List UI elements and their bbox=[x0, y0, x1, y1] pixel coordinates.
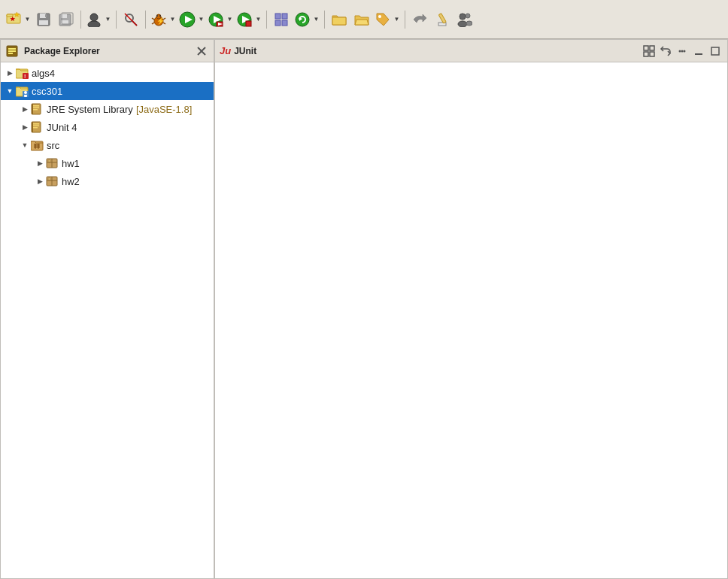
svg-rect-36 bbox=[282, 14, 287, 19]
eraser-button[interactable] bbox=[432, 9, 453, 30]
junit-maximize-button[interactable] bbox=[708, 44, 723, 59]
svg-rect-7 bbox=[45, 14, 47, 17]
open-folder-icon bbox=[354, 12, 369, 27]
svg-point-48 bbox=[466, 21, 472, 26]
tree-item-junit4[interactable]: ▶ JUnit 4 bbox=[1, 118, 214, 136]
junit-collapse-all-button[interactable] bbox=[642, 44, 657, 59]
expand-arrow-jre[interactable]: ▶ bbox=[19, 103, 31, 115]
external-tools-icon bbox=[274, 12, 289, 27]
back-icon bbox=[412, 12, 427, 27]
folder-icon bbox=[332, 12, 347, 27]
junit4-label: JUnit 4 bbox=[47, 122, 77, 133]
expand-arrow-junit4[interactable]: ▶ bbox=[19, 121, 31, 133]
junit4-library-icon bbox=[31, 120, 44, 134]
save-all-button[interactable] bbox=[56, 9, 77, 30]
hw2-package-icon bbox=[46, 174, 59, 188]
svg-rect-86 bbox=[644, 46, 648, 50]
tree-item-csc301[interactable]: ▼ csc301 bbox=[1, 82, 214, 100]
package-explorer-panel: Package Explorer ▶ bbox=[0, 39, 214, 579]
junit-minimize-button[interactable] bbox=[691, 44, 706, 59]
jre-label: JRE System Library bbox=[47, 104, 133, 115]
svg-rect-37 bbox=[275, 20, 281, 26]
svg-rect-89 bbox=[650, 52, 654, 56]
svg-rect-34 bbox=[246, 21, 251, 26]
search-button[interactable] bbox=[120, 9, 141, 30]
folder-button[interactable] bbox=[329, 9, 350, 30]
main-area: Package Explorer ▶ bbox=[0, 39, 728, 579]
svg-line-21 bbox=[152, 23, 154, 24]
debug-button[interactable]: ⚡ ▼ bbox=[150, 9, 177, 30]
maximize-icon bbox=[710, 46, 720, 56]
toolbar: ★ ▼ bbox=[0, 0, 728, 39]
package-explorer-panel-icon bbox=[5, 44, 19, 58]
src-label: src bbox=[47, 140, 59, 151]
svg-rect-61 bbox=[24, 95, 27, 97]
team-button[interactable] bbox=[454, 9, 475, 30]
expand-arrow-csc301[interactable]: ▼ bbox=[4, 85, 16, 97]
tree-item-hw1[interactable]: ▶ hw1 bbox=[1, 154, 214, 172]
run-external-button[interactable]: ▼ bbox=[207, 9, 234, 30]
package-explorer-tree: ▶ ! algs4 ▼ bbox=[1, 62, 214, 578]
link-with-editor-icon bbox=[660, 45, 672, 57]
expand-arrow-algs4[interactable]: ▶ bbox=[4, 67, 16, 79]
profile-button[interactable]: ▼ bbox=[85, 9, 112, 30]
junit-panel: Ju JUnit bbox=[214, 39, 728, 579]
expand-arrow-hw2[interactable]: ▶ bbox=[34, 175, 46, 187]
external-tools-button[interactable] bbox=[271, 9, 292, 30]
separator-2 bbox=[116, 11, 117, 29]
expand-arrow-src[interactable]: ▼ bbox=[19, 139, 31, 151]
save-button[interactable] bbox=[33, 9, 54, 30]
algs4-label: algs4 bbox=[32, 68, 55, 79]
team-icon bbox=[457, 12, 472, 27]
svg-rect-64 bbox=[33, 108, 39, 109]
eraser-icon bbox=[435, 12, 450, 27]
junit-view-menu-button[interactable] bbox=[675, 44, 690, 59]
open-folder-button[interactable] bbox=[351, 9, 372, 30]
junit-panel-header: Ju JUnit bbox=[215, 40, 727, 62]
tree-item-algs4[interactable]: ▶ ! algs4 bbox=[1, 64, 214, 82]
algs4-project-icon: ! bbox=[16, 66, 29, 80]
svg-point-60 bbox=[24, 91, 27, 94]
svg-point-23 bbox=[156, 15, 158, 17]
view-menu-icon bbox=[677, 46, 687, 56]
refresh-button[interactable]: ▼ bbox=[293, 9, 320, 30]
svg-rect-44 bbox=[438, 13, 446, 23]
new-file-button[interactable]: ★ ▼ bbox=[5, 9, 32, 30]
collapse-all-icon bbox=[643, 45, 655, 57]
expand-arrow-hw1[interactable]: ▶ bbox=[34, 157, 46, 169]
run-button[interactable]: ▼ bbox=[178, 9, 205, 30]
csc301-project-icon bbox=[16, 84, 29, 98]
tree-item-src[interactable]: ▼ src bbox=[1, 136, 214, 154]
svg-rect-85 bbox=[48, 178, 50, 180]
svg-point-90 bbox=[679, 50, 681, 52]
back-button[interactable] bbox=[409, 9, 430, 30]
new-file-icon: ★ bbox=[6, 11, 21, 26]
svg-rect-68 bbox=[33, 123, 39, 125]
junit-link-button[interactable] bbox=[658, 44, 673, 59]
svg-rect-63 bbox=[33, 105, 39, 107]
run-icon bbox=[179, 11, 196, 28]
run2-icon bbox=[237, 12, 252, 27]
svg-rect-35 bbox=[275, 14, 281, 19]
tag-button[interactable]: ▼ bbox=[374, 9, 401, 30]
minimize-icon bbox=[693, 46, 704, 56]
svg-rect-41 bbox=[332, 17, 346, 25]
close-package-explorer-button[interactable] bbox=[194, 44, 209, 59]
svg-rect-88 bbox=[644, 52, 648, 56]
package-explorer-header-icons bbox=[194, 44, 209, 59]
svg-text:⚡: ⚡ bbox=[156, 17, 165, 26]
svg-rect-70 bbox=[33, 127, 38, 129]
csc301-label: csc301 bbox=[32, 86, 62, 97]
hw1-package-icon bbox=[46, 156, 59, 170]
refresh-icon bbox=[294, 11, 311, 28]
svg-point-45 bbox=[460, 14, 466, 20]
svg-text:!: ! bbox=[24, 74, 26, 79]
svg-rect-71 bbox=[32, 122, 33, 132]
debug-icon: ⚡ bbox=[151, 12, 166, 27]
jre-version: [JavaSE-1.8] bbox=[136, 104, 192, 115]
src-folder-icon bbox=[31, 138, 44, 152]
tree-item-hw2[interactable]: ▶ hw2 bbox=[1, 172, 214, 190]
run2-button[interactable]: ▼ bbox=[235, 9, 262, 30]
search-icon bbox=[123, 12, 138, 27]
tree-item-jre[interactable]: ▶ JRE System Library [JavaSE-1.8] bbox=[1, 100, 214, 118]
